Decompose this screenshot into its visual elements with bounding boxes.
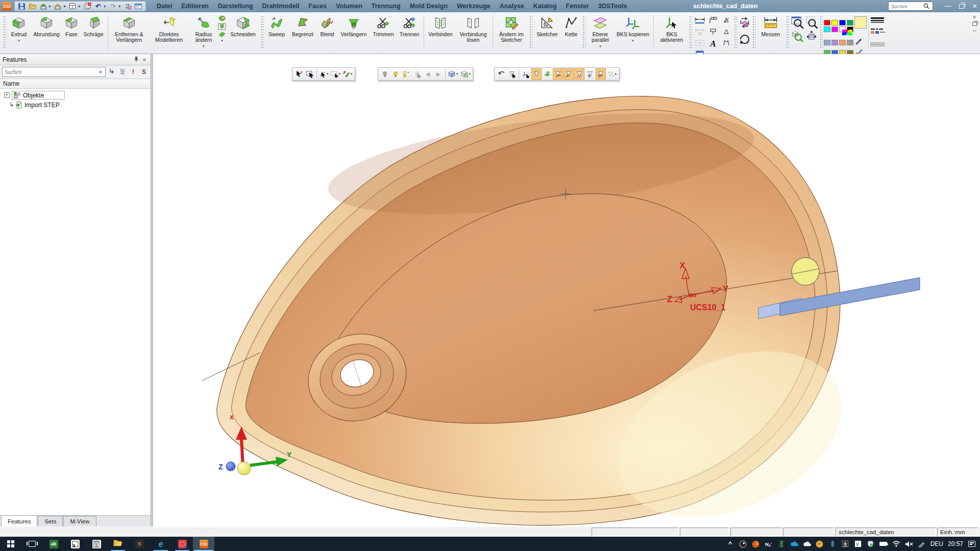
surface-finish-icon[interactable] — [722, 39, 730, 49]
linear-dimension-icon[interactable] — [694, 16, 705, 27]
load-process-green-icon[interactable] — [39, 2, 47, 10]
datum-triangle-icon[interactable] — [722, 28, 730, 38]
ribbon-button-sketcher[interactable]: Sketcher — [533, 14, 561, 54]
ribbon-button-verbindung-loesen[interactable]: Verbindung lösen — [455, 14, 491, 54]
menu-3dstools[interactable]: 3DSTools — [594, 0, 632, 12]
tray-volume-muted-icon[interactable] — [905, 540, 913, 548]
rotate-view-icon[interactable] — [739, 33, 751, 47]
add-view-icon[interactable]: ▾ — [459, 68, 472, 80]
task-view-button[interactable] — [21, 537, 43, 551]
ribbon-button-aendern-im-sketcher[interactable]: Ändern im Sketcher — [495, 14, 528, 54]
ribbon-button-trimmen[interactable]: Trimmen — [370, 14, 397, 54]
display-mode-icon[interactable]: ▾ — [447, 68, 459, 80]
menu-drahtmodell[interactable]: Drahtmodell — [258, 0, 304, 12]
ribbon-button-bks-aktivieren[interactable]: BKS aktivieren — [655, 14, 688, 54]
marquee-select-icon[interactable]: ▾ — [330, 68, 341, 80]
swap-entities-icon[interactable] — [124, 2, 132, 10]
search-input[interactable] — [891, 3, 923, 9]
search-icon[interactable] — [923, 3, 930, 10]
panel-close-icon[interactable]: × — [141, 57, 148, 63]
tray-installer-icon[interactable] — [841, 540, 849, 548]
dropdown-caret-icon[interactable]: ▼ — [78, 5, 81, 8]
menu-fenster[interactable]: Fenster — [561, 0, 594, 12]
tab-m-view[interactable]: M-View — [63, 516, 96, 527]
filter-faces-icon[interactable] — [542, 68, 552, 80]
eyedropper-icon[interactable] — [854, 38, 863, 47]
dotted-line-icon[interactable] — [870, 39, 885, 48]
filter-pick-icon[interactable] — [507, 68, 517, 80]
menu-analyse[interactable]: Analyse — [495, 0, 529, 12]
menu-mold-design[interactable]: Mold Design — [405, 0, 452, 12]
show-icon[interactable] — [390, 68, 401, 80]
ribbon-button-kette[interactable]: Kette — [561, 14, 581, 54]
ribbon-button-schneiden[interactable]: Schneiden — [226, 14, 260, 54]
dropdown-caret-icon[interactable]: ▾ — [632, 38, 634, 43]
sheet-tool-icon[interactable] — [218, 31, 226, 38]
tab-features[interactable]: Features — [1, 515, 37, 527]
tree-row-import-step[interactable]: ↳ Import STEP — [1, 101, 150, 109]
features-search-input[interactable] — [5, 69, 98, 75]
zoom-solid-icon[interactable] — [791, 30, 804, 45]
restore-button[interactable] — [959, 4, 964, 9]
selection-filter-icon[interactable]: ✗▾ — [341, 68, 353, 80]
toolbar-grip[interactable] — [582, 16, 585, 48]
load-process-yellow-icon[interactable] — [54, 2, 62, 10]
ribbon-button-messen[interactable]: Messen — [756, 14, 785, 54]
menu-editieren[interactable]: Editieren — [177, 0, 213, 12]
line-type-icon[interactable] — [870, 28, 886, 37]
tray-defender-icon[interactable] — [867, 540, 875, 548]
ribbon-button-schraege[interactable]: Schräge — [81, 14, 106, 54]
status-units[interactable]: Einh.:mm — [937, 528, 978, 536]
taskbar-app-calculator[interactable] — [86, 537, 107, 551]
dropdown-caret-icon[interactable]: ▼ — [118, 5, 121, 8]
toolbar-grip[interactable] — [752, 16, 755, 48]
document-close-icon[interactable]: × — [972, 14, 976, 20]
expand-all-icon[interactable] — [118, 68, 127, 76]
ribbon-button-begrenzt[interactable]: Begrenzt — [288, 14, 317, 54]
taskbar-app-sublime[interactable]: S — [129, 537, 150, 551]
tray-bluetooth-icon[interactable] — [828, 540, 837, 548]
taskbar-app-cimatron[interactable]: C13 — [193, 537, 214, 551]
document-minimize-icon[interactable]: – — [973, 28, 976, 34]
filter-dimensions-icon[interactable]: A — [596, 68, 606, 80]
window-layout-icon[interactable] — [68, 2, 77, 10]
tree-row-objekte[interactable]: + Objekte — [1, 91, 150, 99]
taskbar-app-notepad[interactable] — [64, 537, 86, 551]
toolbar-grip[interactable] — [786, 16, 789, 48]
dropdown-caret-icon[interactable]: ▾ — [203, 43, 205, 49]
document-restore-icon[interactable] — [972, 22, 977, 26]
color-swatch-violet[interactable] — [831, 40, 838, 45]
dropdown-caret-icon[interactable]: ▾ — [221, 39, 223, 43]
ordinate-dimension-icon[interactable] — [708, 16, 718, 27]
ribbon-button-direktes-modellieren[interactable]: Direktes Modellieren — [149, 14, 189, 54]
titlebar-search[interactable] — [888, 2, 933, 11]
taskbar-app-dictionary[interactable]: ab — [43, 537, 64, 551]
ribbon-button-trennen[interactable]: Trennen — [397, 14, 422, 54]
ucs-name-label[interactable]: UCS10_1 — [690, 303, 725, 312]
color-wheel-icon[interactable] — [842, 30, 852, 35]
tray-recorder-icon[interactable] — [739, 540, 747, 548]
pocket-tool-icon[interactable] — [218, 23, 226, 30]
ribbon-button-verbinden[interactable]: Verbinden — [426, 14, 455, 54]
ribbon-button-sweep[interactable]: Sweep — [265, 14, 288, 54]
notification-center-icon[interactable] — [968, 540, 976, 548]
pan-icon[interactable] — [805, 30, 818, 45]
tray-battery-icon[interactable] — [879, 540, 888, 548]
menu-volumen[interactable]: Volumen — [331, 0, 367, 12]
color-swatch-orange[interactable] — [839, 40, 846, 45]
pick-mode-icon[interactable]: ▾ — [318, 68, 329, 80]
dropdown-caret-icon[interactable]: ▼ — [48, 5, 52, 8]
clear-search-icon[interactable]: × — [98, 69, 103, 75]
ribbon-button-entfernen-verlaengern[interactable]: Entfernen & Verlängern — [110, 14, 149, 54]
menu-darstellung[interactable]: Darstellung — [213, 0, 258, 12]
open-file-icon[interactable] — [28, 2, 37, 10]
color-swatch-magenta[interactable] — [831, 27, 838, 32]
tray-levels-icon[interactable] — [777, 540, 786, 548]
toolbar-grip[interactable] — [734, 16, 737, 48]
close-button[interactable]: × — [972, 0, 977, 12]
menu-datei[interactable]: Datei — [152, 0, 177, 12]
color-swatch-gray[interactable] — [847, 40, 853, 45]
dropdown-caret-icon[interactable]: ▼ — [63, 5, 66, 8]
dropdown-caret-icon[interactable]: ▾ — [18, 38, 20, 43]
line-weight-icon[interactable] — [870, 17, 885, 26]
